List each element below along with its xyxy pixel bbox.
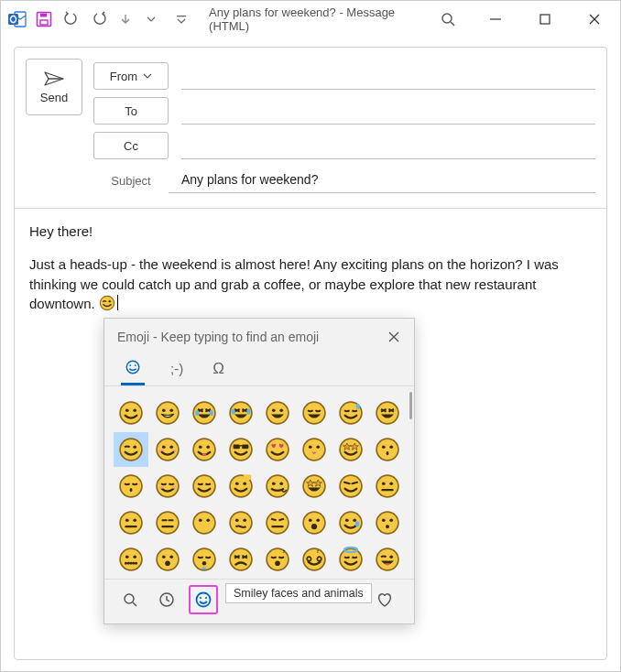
emoji-category-favorites-button[interactable]	[370, 585, 399, 614]
emoji-cell[interactable]	[187, 432, 222, 467]
emoji-panel-close-button[interactable]	[385, 328, 403, 346]
emoji-cell[interactable]	[333, 542, 368, 577]
emoji-cell[interactable]	[333, 396, 368, 430]
emoji-cell[interactable]	[223, 542, 258, 577]
svg-point-106	[353, 518, 356, 522]
quick-access-overflow-icon[interactable]	[169, 6, 194, 32]
body-greeting: Hey there!	[29, 222, 592, 242]
svg-point-102	[316, 518, 320, 522]
svg-point-61	[389, 445, 393, 449]
svg-point-107	[355, 521, 359, 526]
emoji-tab-emoji[interactable]	[121, 357, 145, 385]
svg-point-111	[386, 525, 389, 528]
emoji-cell[interactable]	[260, 469, 295, 504]
send-icon	[43, 70, 65, 87]
emoji-cell[interactable]	[260, 432, 295, 467]
undo-icon[interactable]	[59, 6, 84, 32]
svg-point-14	[100, 297, 114, 310]
svg-point-74	[272, 482, 276, 485]
svg-point-55	[303, 439, 325, 461]
emoji-cell[interactable]	[223, 469, 258, 504]
emoji-cell[interactable]	[297, 469, 332, 504]
save-icon[interactable]	[32, 6, 58, 32]
scrollbar-thumb[interactable]	[409, 392, 412, 419]
emoji-cell[interactable]	[370, 396, 405, 430]
svg-point-125	[193, 548, 215, 570]
emoji-cell[interactable]: z	[297, 542, 332, 577]
cc-button[interactable]: Cc	[93, 132, 169, 159]
svg-point-96	[235, 518, 239, 522]
chevron-down-icon[interactable]	[138, 6, 164, 32]
emoji-cell[interactable]	[370, 542, 405, 577]
emoji-cell[interactable]	[114, 396, 148, 430]
cc-field[interactable]	[181, 132, 595, 159]
emoji-cell[interactable]	[114, 469, 148, 504]
emoji-tab-symbols[interactable]: Ω	[209, 358, 228, 385]
emoji-cell[interactable]	[260, 505, 295, 540]
emoji-cell[interactable]	[333, 469, 368, 504]
emoji-cell[interactable]	[333, 432, 368, 467]
emoji-recent-button[interactable]	[152, 585, 181, 614]
emoji-cell[interactable]	[150, 469, 185, 504]
svg-point-128	[230, 548, 252, 570]
emoji-cell[interactable]	[370, 432, 405, 467]
emoji-cell[interactable]	[370, 505, 405, 540]
emoji-cell[interactable]	[297, 505, 332, 540]
subject-field[interactable]: Any plans for weekend?	[169, 168, 595, 193]
emoji-cell[interactable]	[297, 432, 332, 467]
emoji-cell[interactable]	[187, 469, 222, 504]
from-button[interactable]: From	[93, 62, 169, 90]
emoji-cell[interactable]	[223, 432, 258, 467]
redo-icon[interactable]	[86, 6, 112, 32]
svg-point-68	[193, 475, 215, 497]
more-down-icon[interactable]	[113, 6, 138, 32]
send-button[interactable]: Send	[26, 59, 82, 115]
emoji-category-smileys-button[interactable]	[189, 585, 218, 614]
close-window-button[interactable]	[578, 5, 611, 33]
emoji-cell[interactable]	[333, 505, 368, 540]
emoji-cell[interactable]	[260, 396, 295, 430]
emoji-cell[interactable]	[150, 396, 185, 430]
svg-point-59	[376, 439, 398, 461]
emoji-cell[interactable]	[114, 542, 148, 577]
svg-point-109	[382, 518, 386, 522]
emoji-cell[interactable]	[223, 396, 258, 430]
emoji-cell[interactable]: z	[260, 542, 295, 577]
svg-point-48	[199, 445, 202, 449]
svg-rect-5	[40, 14, 47, 17]
emoji-cell[interactable]	[370, 469, 405, 504]
emoji-cell[interactable]	[187, 542, 222, 577]
emoji-cell[interactable]	[114, 505, 148, 540]
body-paragraph: Just a heads-up - the weekend is almost …	[29, 255, 592, 314]
svg-point-70	[235, 482, 239, 485]
emoji-cell[interactable]	[114, 432, 148, 467]
emoji-cell[interactable]	[150, 432, 185, 467]
svg-point-141	[197, 593, 211, 607]
emoji-cell[interactable]	[187, 396, 222, 430]
to-field[interactable]	[181, 97, 595, 125]
maximize-button[interactable]	[528, 5, 561, 33]
emoji-cell[interactable]	[297, 396, 332, 430]
emoji-search-button[interactable]	[115, 585, 145, 614]
search-icon[interactable]	[435, 6, 461, 32]
svg-point-57	[316, 445, 320, 449]
smiley-icon	[125, 359, 141, 375]
emoji-cell[interactable]	[223, 505, 258, 540]
emoji-tab-kaomoji[interactable]: ;-)	[167, 359, 187, 384]
svg-line-78	[344, 482, 350, 483]
svg-point-36	[303, 402, 325, 424]
from-field[interactable]	[181, 62, 595, 90]
emoji-cell[interactable]	[150, 542, 185, 577]
minimize-button[interactable]	[479, 5, 512, 33]
svg-point-101	[309, 518, 312, 522]
svg-text:z: z	[283, 548, 286, 554]
emoji-cell[interactable]	[150, 505, 185, 540]
emoji-cell[interactable]	[187, 505, 222, 540]
emoji-grid: zz	[104, 386, 414, 579]
wink-emoji-icon	[99, 295, 115, 311]
svg-point-100	[303, 512, 325, 534]
svg-point-108	[376, 512, 398, 534]
svg-point-103	[311, 524, 317, 529]
svg-point-21	[120, 402, 142, 424]
to-button[interactable]: To	[93, 97, 169, 125]
